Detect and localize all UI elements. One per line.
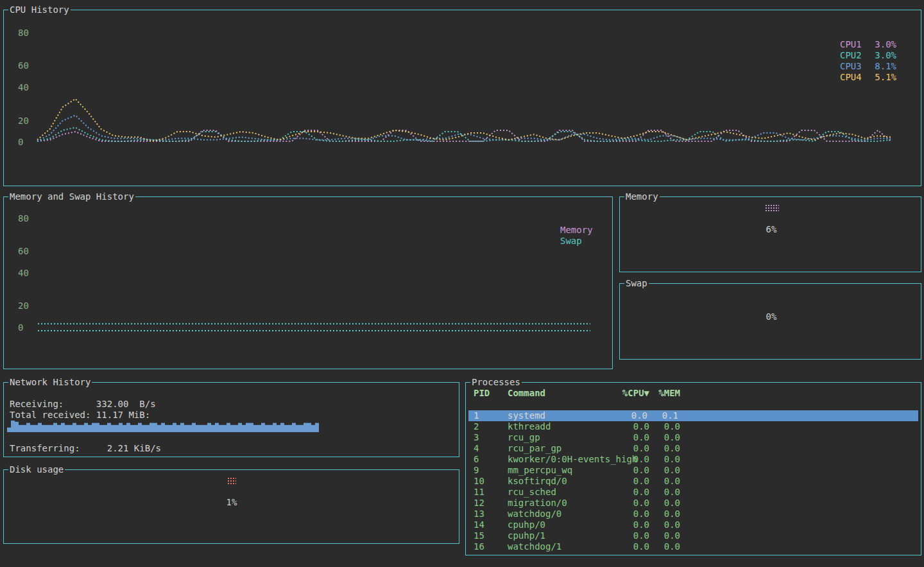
process-row[interactable]: 15cpuhp/10.00.0 [466, 530, 920, 541]
process-cmd: watchdog/1 [508, 541, 561, 552]
process-pid: 3 [474, 432, 479, 443]
process-cmd: ksoftirqd/0 [508, 476, 567, 487]
process-mem: 0.0 [642, 530, 680, 541]
network-transferring-label: Transferring: [10, 443, 107, 453]
cpu-history-panel[interactable]: CPU History 806040200 CPU13.0%CPU23.0%CP… [3, 10, 921, 186]
cpu-legend-item: CPU38.1% [840, 61, 896, 72]
process-cmd: cpuhp/1 [508, 530, 545, 541]
cpu-history-title: CPU History [8, 4, 71, 15]
cpu-legend: CPU13.0%CPU23.0%CPU38.1%CPU45.1% [840, 39, 896, 83]
process-row[interactable]: 1systemd0.00.1 [468, 410, 918, 421]
memory-swap-history-chart [35, 216, 596, 345]
cpu-legend-name: CPU3 [840, 61, 862, 72]
cpu-legend-value: 8.1% [875, 61, 896, 72]
y-axis-tick: 60 [18, 247, 29, 256]
memory-swap-legend: MemorySwap [560, 225, 593, 247]
process-row[interactable]: 3rcu_gp0.00.0 [466, 432, 920, 443]
process-pid: 11 [474, 487, 484, 498]
process-pid: 16 [474, 541, 484, 552]
process-row[interactable]: 10ksoftirqd/00.00.0 [466, 476, 920, 487]
process-row[interactable]: 11rcu_sched0.00.0 [466, 487, 920, 498]
swap-gauge-panel[interactable]: Swap 0% [619, 283, 921, 360]
process-mem: 0.0 [642, 432, 680, 443]
cpu-legend-name: CPU1 [840, 39, 862, 50]
process-row[interactable]: 12migration/00.00.0 [466, 498, 920, 509]
process-pid: 4 [474, 443, 479, 454]
network-transferring-value: 2.21 KiB/s [107, 443, 161, 453]
memory-gauge-icon [765, 204, 779, 211]
process-mem: 0.0 [642, 443, 680, 454]
network-receiving-line: Receiving:332.00 B/s [10, 399, 156, 409]
process-pid: 2 [474, 421, 479, 432]
process-cmd: mm_percpu_wq [508, 465, 572, 476]
memswap-legend-item: Memory [560, 225, 593, 236]
disk-usage-title: Disk usage [8, 464, 65, 475]
network-transferring-line: Transferring:2.21 KiB/s [10, 443, 161, 453]
y-axis-tick: 0 [18, 323, 23, 333]
y-axis-tick: 60 [18, 61, 29, 71]
process-mem: 0.0 [642, 519, 680, 530]
network-receiving-value: 332.00 B/s [96, 399, 156, 409]
network-total-line: Total received:11.17 MiB: [10, 410, 150, 420]
process-mem: 0.0 [642, 465, 680, 476]
process-mem: 0.0 [642, 509, 680, 519]
cpu-legend-value: 3.0% [875, 50, 896, 61]
memory-swap-history-panel[interactable]: Memory and Swap History 806040200 Memory… [3, 196, 613, 369]
process-pid: 6 [474, 454, 479, 465]
header-command[interactable]: Command [508, 388, 545, 399]
process-pid: 1 [474, 410, 479, 421]
disk-usage-value: 1% [212, 497, 251, 507]
process-row[interactable]: 13watchdog/00.00.0 [466, 509, 920, 519]
process-row[interactable]: 9mm_percpu_wq0.00.0 [466, 465, 920, 476]
process-cmd: kthreadd [508, 421, 551, 432]
y-axis-tick: 0 [18, 137, 23, 147]
network-history-panel[interactable]: Network History Receiving:332.00 B/s Tot… [3, 382, 459, 457]
process-row[interactable]: 2kthreadd0.00.0 [466, 421, 920, 432]
process-pid: 9 [474, 465, 479, 476]
process-cmd: watchdog/0 [508, 509, 561, 519]
process-row[interactable]: 14cpuhp/00.00.0 [466, 519, 920, 530]
cpu-legend-value: 3.0% [875, 39, 896, 50]
cpu-legend-value: 5.1% [875, 72, 896, 83]
process-row[interactable]: 16watchdog/10.00.0 [466, 541, 920, 552]
cpu-legend-name: CPU2 [840, 50, 862, 61]
cpu-legend-item: CPU45.1% [840, 72, 896, 83]
header-pid[interactable]: PID [474, 388, 490, 399]
processes-panel[interactable]: Processes PID Command %CPU▼ %MEM 1system… [465, 382, 921, 555]
y-axis-tick: 80 [18, 214, 29, 223]
process-pid: 10 [474, 476, 484, 487]
y-axis-tick: 20 [18, 116, 29, 126]
processes-title: Processes [470, 377, 522, 387]
memswap-legend-item: Swap [560, 236, 593, 247]
cpu-legend-item: CPU23.0% [840, 50, 896, 61]
process-row[interactable]: 4rcu_par_gp0.00.0 [466, 443, 920, 454]
y-axis-tick: 20 [18, 301, 29, 311]
process-mem: 0.0 [642, 541, 680, 552]
header-mem[interactable]: %MEM [642, 388, 680, 399]
process-cmd: systemd [508, 410, 545, 421]
process-cmd: rcu_gp [508, 432, 540, 443]
process-pid: 15 [474, 530, 484, 541]
process-mem: 0.0 [642, 487, 680, 498]
y-axis-tick: 40 [18, 268, 29, 278]
memory-gauge-title: Memory [624, 191, 660, 202]
process-mem: 0.0 [642, 454, 680, 465]
process-mem: 0.0 [642, 421, 680, 432]
memory-swap-history-title: Memory and Swap History [8, 191, 135, 202]
network-history-title: Network History [8, 377, 92, 387]
process-cmd: rcu_sched [508, 487, 556, 498]
process-mem: 0.0 [642, 498, 680, 509]
process-row[interactable]: 6kworker/0:0H-events_high0.00.0 [466, 454, 920, 465]
memory-gauge-panel[interactable]: Memory 6% [619, 196, 921, 272]
network-receiving-label: Receiving: [10, 399, 96, 409]
network-total-value: 11.17 MiB: [96, 410, 150, 420]
system-monitor-screen: CPU History 806040200 CPU13.0%CPU23.0%CP… [0, 0, 924, 567]
disk-usage-icon [227, 477, 236, 484]
process-cmd: migration/0 [508, 498, 567, 509]
memory-gauge-value: 6% [752, 224, 791, 234]
cpu-history-chart [35, 23, 894, 158]
process-pid: 12 [474, 498, 484, 509]
y-axis-tick: 80 [18, 28, 29, 38]
process-cmd: rcu_par_gp [508, 443, 561, 454]
disk-usage-panel[interactable]: Disk usage 1% [3, 469, 459, 544]
